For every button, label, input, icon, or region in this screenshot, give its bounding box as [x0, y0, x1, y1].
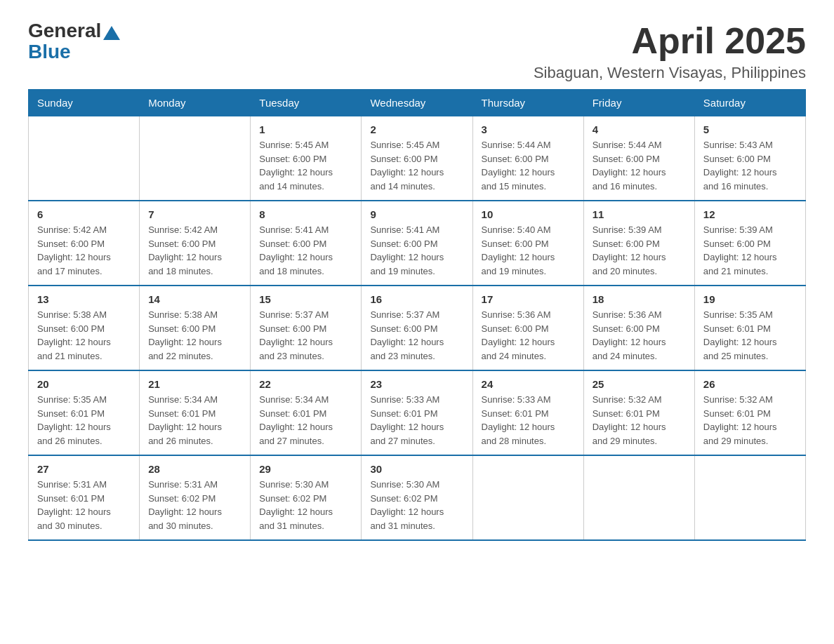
day-info: Sunrise: 5:33 AM Sunset: 6:01 PM Dayligh… [482, 393, 575, 448]
day-number: 16 [370, 293, 463, 305]
day-number: 30 [370, 463, 463, 475]
calendar-cell: 11Sunrise: 5:39 AM Sunset: 6:00 PM Dayli… [583, 201, 694, 286]
day-info: Sunrise: 5:32 AM Sunset: 6:01 PM Dayligh… [593, 393, 686, 448]
calendar-cell: 25Sunrise: 5:32 AM Sunset: 6:01 PM Dayli… [583, 370, 694, 455]
column-header-saturday: Saturday [694, 90, 805, 116]
calendar-cell: 23Sunrise: 5:33 AM Sunset: 6:01 PM Dayli… [362, 370, 472, 455]
day-number: 28 [148, 463, 241, 475]
calendar-week-row: 6Sunrise: 5:42 AM Sunset: 6:00 PM Daylig… [29, 201, 806, 286]
logo: General Blue [28, 21, 122, 63]
calendar-cell: 7Sunrise: 5:42 AM Sunset: 6:00 PM Daylig… [140, 201, 251, 286]
calendar-cell: 28Sunrise: 5:31 AM Sunset: 6:02 PM Dayli… [140, 455, 251, 540]
day-info: Sunrise: 5:43 AM Sunset: 6:00 PM Dayligh… [703, 138, 797, 193]
calendar-cell [694, 455, 805, 540]
day-number: 6 [37, 208, 131, 220]
calendar-cell: 29Sunrise: 5:30 AM Sunset: 6:02 PM Dayli… [251, 455, 362, 540]
day-info: Sunrise: 5:30 AM Sunset: 6:02 PM Dayligh… [370, 478, 463, 532]
calendar-cell: 24Sunrise: 5:33 AM Sunset: 6:01 PM Dayli… [472, 370, 583, 455]
day-number: 15 [259, 293, 352, 305]
day-number: 12 [703, 208, 797, 220]
calendar-cell: 16Sunrise: 5:37 AM Sunset: 6:00 PM Dayli… [362, 286, 472, 370]
day-info: Sunrise: 5:34 AM Sunset: 6:01 PM Dayligh… [148, 393, 241, 448]
calendar-cell: 4Sunrise: 5:44 AM Sunset: 6:00 PM Daylig… [583, 116, 694, 201]
calendar-cell: 10Sunrise: 5:40 AM Sunset: 6:00 PM Dayli… [472, 201, 583, 286]
calendar-cell [583, 455, 694, 540]
day-info: Sunrise: 5:41 AM Sunset: 6:00 PM Dayligh… [259, 223, 352, 278]
column-header-wednesday: Wednesday [362, 90, 472, 116]
day-number: 20 [37, 378, 131, 390]
day-number: 26 [703, 378, 797, 390]
calendar-cell: 12Sunrise: 5:39 AM Sunset: 6:00 PM Dayli… [694, 201, 805, 286]
day-info: Sunrise: 5:37 AM Sunset: 6:00 PM Dayligh… [370, 308, 463, 363]
day-info: Sunrise: 5:45 AM Sunset: 6:00 PM Dayligh… [370, 138, 463, 193]
location-title: Sibaguan, Western Visayas, Philippines [534, 64, 806, 82]
column-header-tuesday: Tuesday [251, 90, 362, 116]
day-info: Sunrise: 5:35 AM Sunset: 6:01 PM Dayligh… [703, 308, 797, 363]
day-number: 19 [703, 293, 797, 305]
day-number: 8 [259, 208, 352, 220]
calendar-cell [140, 116, 251, 201]
day-info: Sunrise: 5:41 AM Sunset: 6:00 PM Dayligh… [370, 223, 463, 278]
calendar-week-row: 1Sunrise: 5:45 AM Sunset: 6:00 PM Daylig… [29, 116, 806, 201]
day-number: 29 [259, 463, 352, 475]
logo-blue-text: Blue [28, 41, 71, 63]
day-number: 21 [148, 378, 241, 390]
day-info: Sunrise: 5:42 AM Sunset: 6:00 PM Dayligh… [37, 223, 131, 278]
day-number: 1 [259, 123, 352, 135]
day-number: 11 [593, 208, 686, 220]
day-number: 17 [482, 293, 575, 305]
day-number: 3 [482, 123, 575, 135]
day-info: Sunrise: 5:33 AM Sunset: 6:01 PM Dayligh… [370, 393, 463, 448]
day-number: 14 [148, 293, 241, 305]
day-number: 24 [482, 378, 575, 390]
calendar-cell: 5Sunrise: 5:43 AM Sunset: 6:00 PM Daylig… [694, 116, 805, 201]
logo-triangle-icon [103, 26, 120, 40]
day-info: Sunrise: 5:37 AM Sunset: 6:00 PM Dayligh… [259, 308, 352, 363]
calendar-cell: 6Sunrise: 5:42 AM Sunset: 6:00 PM Daylig… [29, 201, 140, 286]
day-number: 27 [37, 463, 131, 475]
calendar-cell: 8Sunrise: 5:41 AM Sunset: 6:00 PM Daylig… [251, 201, 362, 286]
day-number: 22 [259, 378, 352, 390]
day-number: 5 [703, 123, 797, 135]
calendar-cell: 27Sunrise: 5:31 AM Sunset: 6:01 PM Dayli… [29, 455, 140, 540]
day-info: Sunrise: 5:31 AM Sunset: 6:01 PM Dayligh… [37, 478, 131, 532]
calendar-cell: 1Sunrise: 5:45 AM Sunset: 6:00 PM Daylig… [251, 116, 362, 201]
calendar-cell: 2Sunrise: 5:45 AM Sunset: 6:00 PM Daylig… [362, 116, 472, 201]
calendar-cell: 26Sunrise: 5:32 AM Sunset: 6:01 PM Dayli… [694, 370, 805, 455]
day-number: 2 [370, 123, 463, 135]
calendar-week-row: 20Sunrise: 5:35 AM Sunset: 6:01 PM Dayli… [29, 370, 806, 455]
column-header-sunday: Sunday [29, 90, 140, 116]
calendar-cell: 13Sunrise: 5:38 AM Sunset: 6:00 PM Dayli… [29, 286, 140, 370]
day-info: Sunrise: 5:36 AM Sunset: 6:00 PM Dayligh… [482, 308, 575, 363]
day-info: Sunrise: 5:34 AM Sunset: 6:01 PM Dayligh… [259, 393, 352, 448]
calendar-cell: 30Sunrise: 5:30 AM Sunset: 6:02 PM Dayli… [362, 455, 472, 540]
calendar-cell: 21Sunrise: 5:34 AM Sunset: 6:01 PM Dayli… [140, 370, 251, 455]
calendar-table: SundayMondayTuesdayWednesdayThursdayFrid… [28, 89, 806, 541]
day-info: Sunrise: 5:44 AM Sunset: 6:00 PM Dayligh… [482, 138, 575, 193]
calendar-header-row: SundayMondayTuesdayWednesdayThursdayFrid… [29, 90, 806, 116]
column-header-monday: Monday [140, 90, 251, 116]
calendar-cell: 20Sunrise: 5:35 AM Sunset: 6:01 PM Dayli… [29, 370, 140, 455]
day-number: 23 [370, 378, 463, 390]
day-info: Sunrise: 5:40 AM Sunset: 6:00 PM Dayligh… [482, 223, 575, 278]
day-info: Sunrise: 5:38 AM Sunset: 6:00 PM Dayligh… [37, 308, 131, 363]
day-number: 18 [593, 293, 686, 305]
calendar-cell: 17Sunrise: 5:36 AM Sunset: 6:00 PM Dayli… [472, 286, 583, 370]
calendar-cell: 15Sunrise: 5:37 AM Sunset: 6:00 PM Dayli… [251, 286, 362, 370]
day-number: 10 [482, 208, 575, 220]
page-header: General Blue April 2025 Sibaguan, Wester… [28, 21, 806, 82]
day-number: 25 [593, 378, 686, 390]
calendar-week-row: 27Sunrise: 5:31 AM Sunset: 6:01 PM Dayli… [29, 455, 806, 540]
calendar-cell: 14Sunrise: 5:38 AM Sunset: 6:00 PM Dayli… [140, 286, 251, 370]
calendar-cell: 18Sunrise: 5:36 AM Sunset: 6:00 PM Dayli… [583, 286, 694, 370]
calendar-week-row: 13Sunrise: 5:38 AM Sunset: 6:00 PM Dayli… [29, 286, 806, 370]
day-info: Sunrise: 5:38 AM Sunset: 6:00 PM Dayligh… [148, 308, 241, 363]
calendar-cell: 3Sunrise: 5:44 AM Sunset: 6:00 PM Daylig… [472, 116, 583, 201]
calendar-cell [29, 116, 140, 201]
calendar-cell: 19Sunrise: 5:35 AM Sunset: 6:01 PM Dayli… [694, 286, 805, 370]
logo-general-text: General [28, 21, 101, 41]
day-number: 9 [370, 208, 463, 220]
title-block: April 2025 Sibaguan, Western Visayas, Ph… [534, 21, 806, 82]
day-number: 13 [37, 293, 131, 305]
day-info: Sunrise: 5:39 AM Sunset: 6:00 PM Dayligh… [703, 223, 797, 278]
